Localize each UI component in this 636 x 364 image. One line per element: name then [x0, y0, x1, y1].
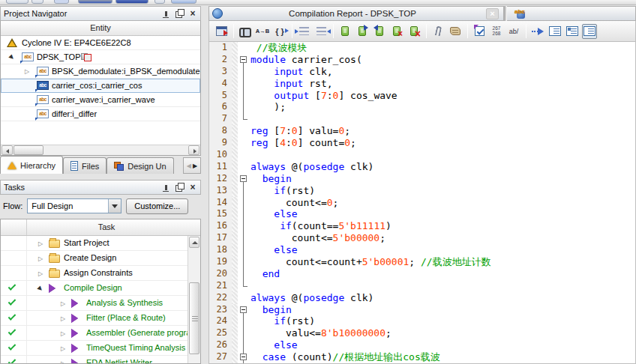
fold-margin[interactable] [238, 327, 249, 339]
fold-margin[interactable] [238, 339, 249, 351]
tab-files[interactable]: Files [63, 157, 106, 174]
previous-bookmark-button[interactable] [372, 24, 387, 39]
close-icon[interactable]: × [188, 9, 197, 18]
tab-hierarchy[interactable]: Hierarchy [0, 156, 63, 174]
pin-icon[interactable] [161, 183, 170, 192]
tab-scroll-right-icon[interactable]: ▶ [193, 163, 197, 169]
tab-design-un[interactable]: Design Un [106, 157, 173, 174]
fold-margin[interactable] [238, 292, 249, 304]
fold-margin[interactable] [238, 208, 249, 220]
fold-margin[interactable] [238, 244, 249, 256]
expand-icon[interactable]: ▷ [23, 68, 31, 75]
replace-button[interactable]: A→B [255, 24, 270, 39]
collapse-region-icon[interactable] [240, 175, 247, 182]
template-button[interactable] [448, 24, 463, 39]
fold-margin[interactable] [238, 113, 249, 125]
scroll-up-icon[interactable] [189, 237, 200, 248]
tree-item[interactable]: abccarrier_wave:i_carrier_wave [1, 93, 200, 107]
fold-margin[interactable] [238, 315, 249, 327]
task-row[interactable]: ▷Assembler (Generate progran [1, 326, 200, 341]
line-count-button[interactable]: 267268 [489, 24, 504, 39]
pane-new-button[interactable] [565, 24, 580, 39]
task-row[interactable]: ▷Create Design [1, 251, 200, 266]
fold-margin[interactable] [238, 161, 249, 173]
pane-single-button[interactable] [582, 24, 597, 39]
expand-icon[interactable]: ▷ [59, 330, 67, 337]
window-export-button[interactable] [214, 24, 229, 39]
float-window-icon[interactable] [175, 183, 184, 192]
fold-margin[interactable] [238, 90, 249, 102]
expand-icon[interactable]: ▷ [37, 270, 44, 277]
fold-margin[interactable] [238, 66, 249, 78]
fold-margin[interactable] [238, 197, 249, 209]
fold-margin[interactable] [238, 256, 249, 268]
expand-icon[interactable]: ▷ [59, 300, 67, 307]
entity-column-header[interactable]: Entity [1, 21, 200, 36]
goto-button[interactable] [530, 24, 545, 39]
code-editor[interactable]: 1 //载波模块2module carrier_cos(3 input clk,… [208, 42, 636, 364]
delete-all-bookmarks-button[interactable] [406, 24, 422, 39]
collapse-icon[interactable]: ▶ [35, 284, 45, 294]
tree-item[interactable]: Cyclone IV E: EP4CE6E22C8 [1, 36, 200, 50]
collapse-region-icon[interactable] [240, 354, 247, 360]
task-column-header[interactable]: Task [26, 219, 187, 235]
insert-bookmark-button[interactable] [338, 24, 352, 39]
fold-margin[interactable] [238, 78, 249, 90]
tree-item[interactable]: abcdiffer:i_differ [1, 107, 200, 121]
customize-button[interactable]: Customize... [126, 198, 188, 214]
entity-horizontal-scrollbar[interactable] [1, 145, 200, 155]
tree-item[interactable]: ▷abcBPSK_demodulate:i_BPSK_demodulate [1, 64, 200, 79]
float-window-icon[interactable] [175, 9, 184, 18]
task-row[interactable]: ▷Fitter (Place & Route) [1, 311, 200, 326]
tasks-vertical-scrollbar[interactable] [188, 236, 200, 363]
expand-icon[interactable]: ▷ [59, 345, 67, 352]
expand-icon[interactable]: ▷ [59, 315, 67, 322]
close-icon[interactable]: × [188, 183, 197, 192]
comment-button[interactable]: ab/ [506, 24, 521, 39]
task-row[interactable]: ▷Assign Constraints [1, 266, 200, 281]
fold-margin[interactable] [238, 42, 249, 54]
flow-dropdown[interactable]: Full Design [27, 198, 122, 213]
collapse-region-icon[interactable] [240, 306, 247, 313]
task-row[interactable]: ▷EDA Netlist Writer [1, 356, 200, 364]
expand-icon[interactable]: ▷ [37, 240, 44, 247]
panel-splitter[interactable] [201, 6, 208, 364]
pane-split-button[interactable] [548, 24, 562, 39]
delete-bookmark-button[interactable] [389, 24, 404, 39]
expand-icon[interactable]: ▷ [37, 255, 44, 262]
scroll-left-icon[interactable] [2, 145, 13, 155]
fold-margin[interactable] [238, 54, 249, 66]
scroll-right-icon[interactable] [188, 145, 200, 155]
fold-margin[interactable] [238, 101, 249, 113]
collapse-icon[interactable]: ▶ [7, 52, 16, 62]
task-row[interactable]: ▶Compile Design [1, 281, 200, 296]
scrollbar-thumb[interactable] [14, 145, 44, 155]
expand-icon[interactable]: ▷ [59, 360, 67, 364]
fold-margin[interactable] [238, 220, 249, 232]
chevron-down-icon[interactable] [108, 199, 121, 213]
next-bookmark-button[interactable] [355, 24, 370, 39]
compilation-report-tab[interactable]: Compilation Report - DPSK_TOP × [208, 6, 504, 21]
unindent-button[interactable] [314, 24, 328, 39]
tab-scroll-buttons[interactable]: ◀▶ [183, 157, 201, 174]
tree-item[interactable]: abccarrier_cos:i_carrier_cos [1, 79, 200, 93]
fold-margin[interactable] [238, 173, 249, 185]
indent-button[interactable] [296, 24, 311, 39]
task-row[interactable]: ▷Start Project [1, 236, 200, 251]
fold-margin[interactable] [238, 125, 249, 137]
task-row[interactable]: ▷TimeQuest Timing Analysis [1, 341, 200, 356]
pin-icon[interactable] [161, 9, 170, 18]
attachment-button[interactable] [430, 24, 446, 39]
tree-item[interactable]: ▶abcDPSK_TOP [1, 50, 200, 64]
fold-margin[interactable] [238, 268, 249, 280]
match-delimiter-button[interactable]: { } [272, 24, 287, 39]
collapse-region-icon[interactable] [240, 56, 247, 63]
scrollbar-thumb[interactable] [189, 282, 200, 354]
task-row[interactable]: ▷Analysis & Synthesis [1, 296, 200, 311]
text-editor-tab[interactable]: abc [507, 6, 636, 21]
analyze-file-button[interactable] [472, 24, 487, 39]
fold-margin[interactable] [238, 232, 249, 244]
fold-margin[interactable] [238, 137, 249, 149]
fold-margin[interactable] [238, 280, 249, 292]
fold-margin[interactable] [238, 351, 249, 363]
